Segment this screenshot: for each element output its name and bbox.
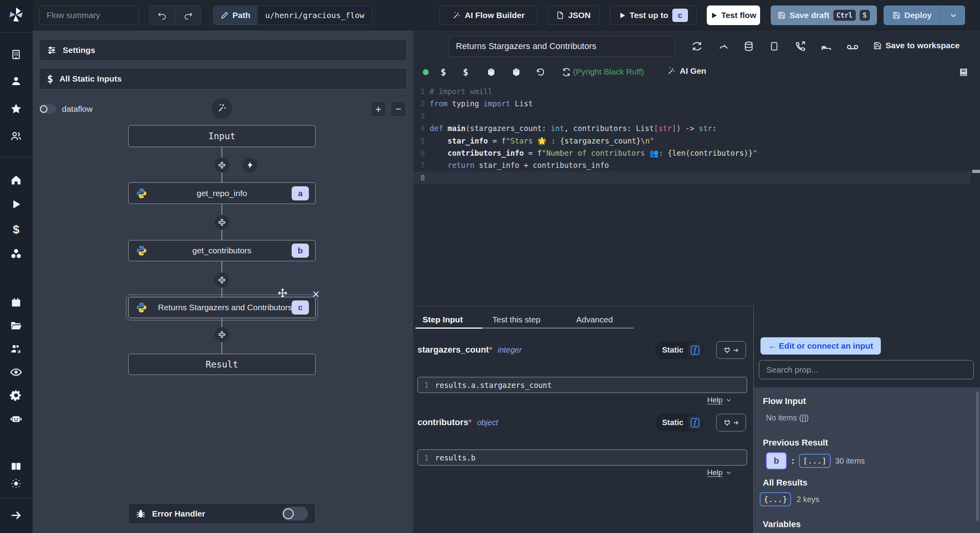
static-mode-toggle[interactable]: Static f	[655, 414, 704, 431]
search-prop-input[interactable]: Search prop...	[759, 360, 974, 379]
path-edit-button[interactable]: Path	[214, 6, 258, 25]
prop-picker-scrollbar[interactable]	[976, 391, 979, 521]
step-title-input[interactable]: Returns Stargazers and Contributors	[448, 36, 675, 57]
code-line[interactable]: 3	[413, 110, 980, 122]
flow-settings-button[interactable]: Settings	[39, 39, 407, 61]
javascript-expr-icon[interactable]: f	[688, 343, 702, 357]
runs-play-icon[interactable]	[11, 199, 22, 210]
all-static-inputs-label: All Static Inputs	[60, 74, 122, 84]
save-draft-button[interactable]: Save draft Ctrl S	[771, 5, 877, 25]
add-step-button[interactable]	[214, 215, 229, 230]
trigger-bolt-button[interactable]	[243, 158, 258, 173]
package-icon[interactable]	[486, 67, 496, 77]
resource-picker-icon[interactable]: $	[463, 67, 468, 77]
prev-result-step-badge[interactable]: b	[766, 452, 787, 469]
refresh-icon[interactable]	[562, 67, 571, 77]
json-button[interactable]: JSON	[548, 5, 599, 25]
test-flow-button[interactable]: Test flow	[707, 5, 760, 25]
concurrency-gauge-icon[interactable]	[718, 41, 729, 52]
wand-sparkles-icon	[217, 103, 227, 113]
save-to-workspace-button[interactable]: Save to workspace	[873, 41, 960, 50]
path-value[interactable]: u/henri/gracious_flow	[258, 6, 372, 25]
flow-summary-input[interactable]: Flow summary	[39, 5, 139, 25]
add-step-button[interactable]	[214, 158, 229, 173]
tab-advanced[interactable]: Advanced	[576, 315, 613, 324]
step-node-b[interactable]: get_contributors b	[128, 240, 316, 261]
all-results-object-chip[interactable]: {...}	[760, 492, 791, 506]
tab-step-input[interactable]: Step Input	[423, 315, 463, 324]
zoom-out-button[interactable]: −	[390, 101, 406, 117]
line-content: return star_info + contributors_info	[430, 159, 609, 171]
error-handler-bar[interactable]: Error Handler	[128, 503, 316, 524]
test-up-to-button[interactable]: Test up to c	[610, 5, 697, 25]
phone-call-icon[interactable]	[795, 41, 806, 52]
code-line[interactable]: 2from typing import List	[413, 98, 980, 110]
step-node-a[interactable]: get_repo_info a	[128, 182, 316, 204]
cache-database-icon[interactable]	[744, 41, 754, 52]
deploy-button[interactable]: Deploy	[884, 5, 941, 25]
tab-scrollbar[interactable]	[482, 327, 633, 329]
input-node[interactable]: Input	[128, 125, 316, 147]
resources-boxes-icon[interactable]	[10, 248, 22, 260]
static-mode-toggle[interactable]: Static f	[655, 341, 704, 359]
code-content[interactable]: 1# import wmill2from typing import List3…	[413, 85, 980, 184]
groups-icon[interactable]	[10, 130, 22, 142]
code-editor[interactable]: 1# import wmill2from typing import List3…	[413, 82, 980, 306]
windmill-logo[interactable]	[8, 7, 24, 23]
expand-arrow-icon[interactable]	[10, 509, 22, 521]
code-line[interactable]: 6 contributors_info = f"Number of contri…	[413, 147, 980, 159]
settings-gear-icon[interactable]	[10, 389, 22, 402]
expr-input-contributors[interactable]: 1 results.b	[417, 449, 747, 466]
delete-node-icon[interactable]	[312, 290, 320, 298]
ai-flow-builder-button[interactable]: AI Flow Builder	[439, 5, 537, 25]
schedules-calendar-icon[interactable]	[11, 297, 22, 308]
sleep-bed-icon[interactable]	[821, 42, 832, 52]
mock-voicemail-icon[interactable]	[847, 43, 858, 51]
ai-robot-icon[interactable]	[10, 413, 22, 425]
code-line[interactable]: 7 return star_info + contributors_info	[413, 159, 980, 171]
code-line[interactable]: 5 star_info = f"Stars 🌟 : {stargazers_co…	[413, 135, 980, 147]
timeout-window-icon[interactable]	[769, 41, 779, 52]
help-link[interactable]: Help	[707, 468, 732, 477]
connect-input-plug-button[interactable]	[716, 414, 746, 431]
theme-sun-icon[interactable]	[11, 478, 22, 489]
connect-input-plug-button[interactable]	[716, 341, 746, 359]
package-icon[interactable]	[512, 67, 521, 77]
ai-wand-button[interactable]	[212, 98, 232, 118]
user-icon[interactable]	[10, 75, 22, 87]
variable-picker-icon[interactable]: $	[441, 67, 446, 77]
move-node-icon[interactable]	[278, 288, 288, 298]
audit-eye-icon[interactable]	[10, 366, 22, 378]
rotate-ccw-icon[interactable]	[536, 67, 545, 77]
all-static-inputs-button[interactable]: $ All Static Inputs	[39, 68, 407, 89]
code-line[interactable]: 8	[413, 172, 980, 184]
expr-input-stargazers[interactable]: 1 results.a.stargazers_count	[417, 377, 747, 393]
edit-or-connect-button[interactable]: ← Edit or connect an input	[760, 337, 881, 355]
favorites-star-icon[interactable]	[10, 103, 22, 115]
step-node-c-selected[interactable]: Returns Stargazers and Contributors c	[128, 297, 316, 318]
add-step-button[interactable]	[214, 327, 229, 342]
variables-dollar-icon[interactable]: $	[13, 223, 20, 236]
library-book-icon[interactable]	[959, 67, 968, 77]
add-step-button[interactable]	[214, 273, 229, 287]
retry-icon[interactable]	[691, 41, 702, 52]
folders-icon[interactable]	[10, 320, 22, 332]
ai-gen-button[interactable]: AI Gen	[667, 66, 706, 76]
redo-button[interactable]	[175, 6, 201, 25]
code-line[interactable]: 4def main(stargazers_count: int, contrib…	[413, 122, 980, 135]
zoom-in-button[interactable]: +	[370, 101, 386, 117]
undo-button[interactable]	[150, 6, 175, 25]
deploy-dropdown-button[interactable]	[941, 5, 965, 25]
user-settings-icon[interactable]	[10, 343, 22, 355]
prev-result-array-chip[interactable]: [...]	[799, 454, 830, 468]
workspace-icon[interactable]	[11, 49, 22, 60]
error-handler-toggle[interactable]	[282, 507, 308, 520]
code-line[interactable]: 1# import wmill	[413, 85, 980, 98]
docs-books-icon[interactable]	[10, 460, 22, 472]
dataflow-toggle[interactable]	[39, 104, 56, 114]
javascript-expr-icon[interactable]: f	[688, 416, 702, 429]
help-link[interactable]: Help	[707, 396, 732, 404]
home-icon[interactable]	[10, 174, 22, 186]
result-node[interactable]: Result	[128, 354, 316, 375]
tab-test-this-step[interactable]: Test this step	[492, 315, 541, 324]
